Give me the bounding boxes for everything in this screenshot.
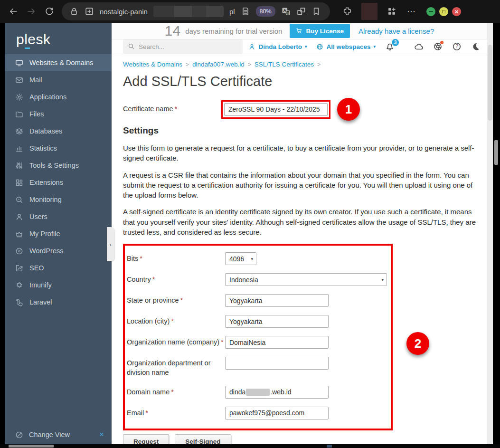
form-row-organization-department-or-division-name: Organization department or division name xyxy=(127,357,391,377)
sidebar-item-laravel[interactable]: Laravel xyxy=(5,294,112,311)
sphere-icon-wrap[interactable] xyxy=(433,42,443,51)
window-close-button[interactable]: × xyxy=(452,7,461,16)
close-icon[interactable]: × xyxy=(99,430,104,439)
sidebar-item-seo[interactable]: SEO xyxy=(5,259,112,276)
wordpress-icon: W xyxy=(15,247,23,255)
sidebar-item-label: Mail xyxy=(29,76,42,84)
reload-icon[interactable] xyxy=(45,7,54,16)
breadcrumb-link-websites-domains[interactable]: Websites & Domains xyxy=(123,61,182,68)
svg-text:?: ? xyxy=(455,44,458,49)
sidebar-item-users[interactable]: Users xyxy=(5,208,112,225)
field-control xyxy=(225,357,329,370)
window-maximize-button[interactable] xyxy=(439,7,448,16)
sidebar-item-files[interactable]: Files xyxy=(5,105,112,123)
window-scrollbar-thumb[interactable] xyxy=(494,140,498,165)
puzzle-icon[interactable] xyxy=(342,7,352,16)
organization-name-company-input[interactable] xyxy=(225,336,329,349)
window-controls: × xyxy=(426,7,461,16)
already-have-license-link[interactable]: Already have a license? xyxy=(358,27,434,35)
settings-heading: Settings xyxy=(123,125,487,136)
sidebar-item-applications[interactable]: Applications xyxy=(5,88,112,105)
field-label: Country* xyxy=(127,273,225,285)
sidebar-item-change-view[interactable]: Change View × xyxy=(5,426,112,443)
sidebar-item-label: Websites & Domains xyxy=(29,59,93,67)
breadcrumb-link-dindafa007-web-id[interactable]: dindafa007.web.id xyxy=(192,61,245,68)
sidebar-item-my-profile[interactable]: My Profile xyxy=(5,225,112,242)
compass-icon xyxy=(15,431,23,439)
sidebar-item-websites-domains[interactable]: Websites & Domains xyxy=(5,54,112,71)
form-row-organization-name-company: Organization name (company)* xyxy=(127,336,391,349)
sidebar-item-label: WordPress xyxy=(29,247,63,255)
address-bar[interactable]: nostalgic-panin pl 80% Aa xyxy=(62,2,330,20)
bookmark-icon[interactable] xyxy=(311,7,321,16)
database-icon xyxy=(15,127,23,135)
bits-select[interactable]: 4096 xyxy=(225,252,256,265)
trial-message: days remaining for trial version xyxy=(185,27,282,35)
country-select[interactable]: Indonesia xyxy=(225,273,387,286)
sidebar-item-tools-settings[interactable]: Tools & Settings xyxy=(5,157,112,174)
sidebar-item-wordpress[interactable]: WWordPress xyxy=(5,242,112,259)
location-city-input[interactable] xyxy=(225,315,329,328)
person-icon xyxy=(248,43,255,50)
scrollbar-thumb[interactable] xyxy=(488,45,492,121)
main-panel: 14 days remaining for trial version Buy … xyxy=(112,23,493,444)
domain-name-input[interactable]: dinda.web.id xyxy=(225,386,329,399)
sidebar-item-label: My Profile xyxy=(29,230,60,238)
required-marker: * xyxy=(171,317,174,325)
annotation-box-1 xyxy=(221,100,330,119)
sidebar-collapse-handle[interactable]: ‹ xyxy=(107,227,114,261)
sliders-icon xyxy=(15,162,23,170)
sidebar-item-label: Tools & Settings xyxy=(29,162,79,169)
notification-count-badge: 3 xyxy=(392,39,399,46)
page-title: Add SSL/TLS Certificate xyxy=(123,74,487,89)
sidebar-item-label: Monitoring xyxy=(29,196,62,203)
help-icon[interactable]: ? xyxy=(452,42,462,51)
field-label: Certificate name* xyxy=(123,105,221,114)
profile-avatar[interactable] xyxy=(361,3,377,20)
organization-department-or-division-name-input[interactable] xyxy=(225,357,329,370)
sidebar-item-mail[interactable]: Mail xyxy=(5,71,112,88)
sidebar-item-label: Files xyxy=(29,110,44,118)
window-minimize-button[interactable] xyxy=(426,7,435,16)
field-label: Location (city)* xyxy=(127,315,225,326)
tabs-icon[interactable] xyxy=(296,7,306,16)
certificate-name-input[interactable] xyxy=(224,103,328,116)
field-control: Indonesia▾ xyxy=(225,273,387,286)
gear-icon xyxy=(15,93,23,101)
user-menu[interactable]: Dinda Loberto ▾ xyxy=(248,43,307,50)
sidebar-item-imunify[interactable]: Imunify xyxy=(5,276,112,294)
laravel-icon xyxy=(15,298,23,306)
email-input[interactable] xyxy=(225,407,329,419)
scrollbar[interactable] xyxy=(487,23,493,444)
back-icon[interactable] xyxy=(9,7,18,16)
chevron-down-icon: ▾ xyxy=(305,44,307,49)
sidebar-item-databases[interactable]: Databases xyxy=(5,123,112,140)
sidebar-item-label: Users xyxy=(29,213,47,220)
search-input[interactable] xyxy=(123,39,243,54)
breadcrumb-link-ssl-tls-certificates[interactable]: SSL/TLS Certificates xyxy=(255,61,314,68)
browser-menu-icon[interactable]: ⋯ xyxy=(407,6,416,17)
reader-icon[interactable] xyxy=(241,7,250,16)
buy-license-button[interactable]: Buy License xyxy=(290,24,350,38)
zoom-level-badge[interactable]: 80% xyxy=(256,6,275,17)
moon-icon[interactable] xyxy=(471,42,481,51)
state-or-province-input[interactable] xyxy=(225,294,329,307)
header-actions: Dinda Loberto ▾ All webspaces ▾ 3 xyxy=(248,42,481,51)
description-paragraph: A self-signed certificate is an identity… xyxy=(123,207,483,237)
monitoring-icon xyxy=(15,196,23,204)
redacted-url xyxy=(153,6,224,17)
translate-icon[interactable]: Aa xyxy=(281,7,291,16)
required-marker: * xyxy=(171,388,174,396)
cloud-icon[interactable] xyxy=(414,42,424,51)
sidebar-item-extensions[interactable]: Extensions xyxy=(5,174,112,191)
forward-icon[interactable] xyxy=(27,7,36,16)
workspace-menu[interactable]: All webspaces ▾ xyxy=(316,43,376,50)
sidebar: plesk Websites & DomainsMailApplications… xyxy=(5,23,112,444)
imunify-icon xyxy=(15,281,23,289)
field-label: Domain name* xyxy=(127,386,225,397)
apps-grid-icon[interactable] xyxy=(387,7,396,16)
field-label: Organization name (company)* xyxy=(127,336,225,347)
sidebar-item-statistics[interactable]: Statistics xyxy=(5,140,112,157)
sidebar-item-monitoring[interactable]: Monitoring xyxy=(5,191,112,208)
split-view-icon[interactable] xyxy=(85,7,94,16)
